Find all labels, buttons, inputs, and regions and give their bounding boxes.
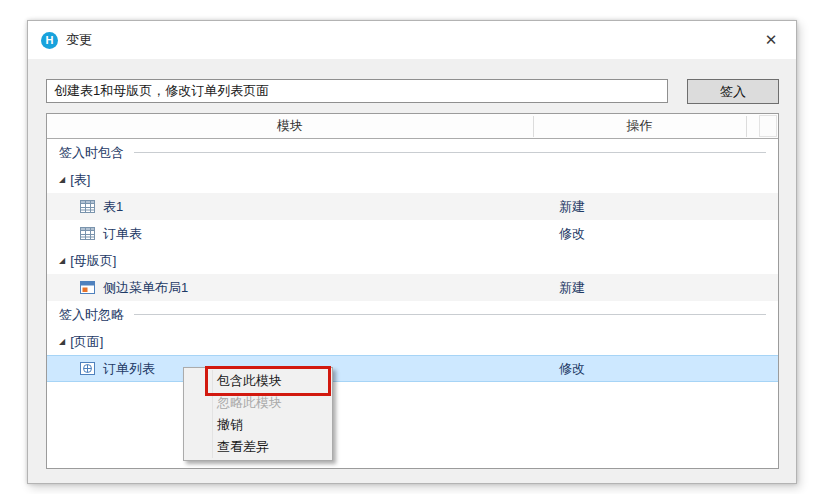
section-header-row: 签入时包含 [47, 139, 778, 166]
tree-item-row[interactable]: 订单列表修改 [47, 355, 778, 382]
checkin-button[interactable]: 签入 [687, 79, 779, 104]
table-icon [80, 200, 96, 214]
dialog-title: 变更 [66, 31, 92, 49]
table-rows: 签入时包含◢[表]表1新建订单表修改◢[母版页]侧边菜单布局1新建签入时忽略◢[… [47, 139, 778, 382]
menu-item-include-module[interactable]: 包含此模块 [184, 370, 332, 392]
column-header-operation: 操作 [533, 114, 746, 138]
group-label: [母版页] [70, 252, 116, 270]
section-label: 签入时包含 [59, 144, 124, 162]
tree-group-row[interactable]: ◢[页面] [47, 328, 778, 355]
tree-item-row[interactable]: 侧边菜单布局1新建 [47, 274, 778, 301]
tree-item-row[interactable]: 订单表修改 [47, 220, 778, 247]
commit-message-input[interactable] [46, 79, 668, 103]
operation-value: 新建 [559, 279, 585, 297]
group-label: [表] [70, 171, 90, 189]
tree-group-row[interactable]: ◢[母版页] [47, 247, 778, 274]
page-icon [80, 362, 96, 376]
section-divider-line [134, 314, 766, 315]
operation-value: 新建 [559, 198, 585, 216]
operation-value: 修改 [559, 360, 585, 378]
change-dialog: H 变更 ✕ 签入 模块 操作 签入时包含◢[表]表1新建订单表修改◢[母版页]… [27, 20, 797, 484]
section-label: 签入时忽略 [59, 306, 124, 324]
tree-expand-icon[interactable]: ◢ [59, 257, 65, 265]
module-name: 订单表 [103, 225, 142, 243]
table-icon [80, 227, 96, 241]
tree-expand-icon[interactable]: ◢ [59, 338, 65, 346]
menu-item-undo[interactable]: 撤销 [184, 414, 332, 436]
operation-value: 修改 [559, 225, 585, 243]
dialog-titlebar: H 变更 ✕ [28, 21, 796, 59]
group-label: [页面] [70, 333, 103, 351]
column-divider [533, 116, 534, 137]
section-divider-line [134, 152, 766, 153]
menu-item-ignore-module: 忽略此模块 [184, 392, 332, 414]
close-icon[interactable]: ✕ [758, 28, 784, 52]
tree-expand-icon[interactable]: ◢ [59, 176, 65, 184]
section-header-row: 签入时忽略 [47, 301, 778, 328]
menu-item-view-diff[interactable]: 查看差异 [184, 436, 332, 458]
tree-group-row[interactable]: ◢[表] [47, 166, 778, 193]
column-header-module: 模块 [47, 114, 533, 138]
column-divider [746, 116, 747, 137]
context-menu: 包含此模块忽略此模块撤销查看差异 [183, 367, 333, 461]
master-icon [80, 281, 96, 295]
module-name: 表1 [103, 198, 123, 216]
modules-table: 模块 操作 签入时包含◢[表]表1新建订单表修改◢[母版页]侧边菜单布局1新建签… [46, 113, 779, 469]
module-name: 侧边菜单布局1 [103, 279, 188, 297]
header-corner-cell [759, 115, 777, 137]
table-header: 模块 操作 [47, 114, 778, 139]
tree-item-row[interactable]: 表1新建 [47, 193, 778, 220]
module-name: 订单列表 [103, 360, 155, 378]
app-logo-icon: H [41, 32, 58, 49]
